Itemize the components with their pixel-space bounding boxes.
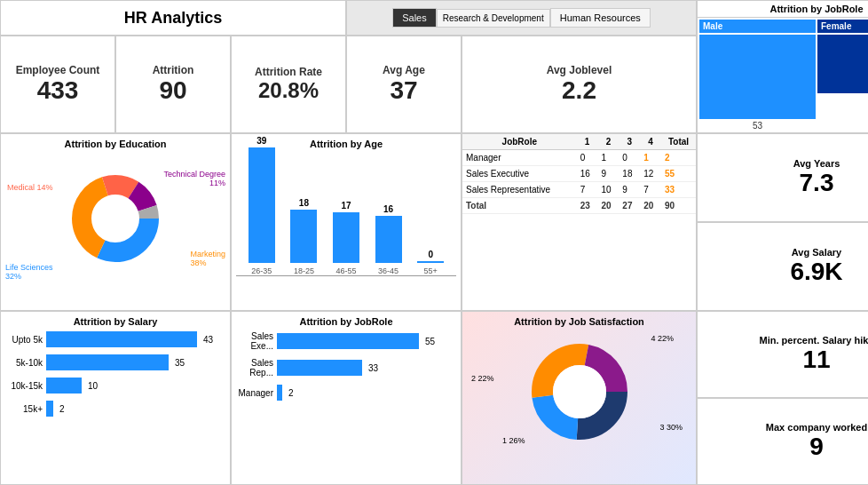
- jobsat-legend-2: 2 22%: [471, 374, 494, 383]
- avg-age-label: Avg Age: [383, 64, 425, 76]
- jobsat-legend-3: 3 30%: [659, 423, 683, 432]
- kpi-avg-joblevel: Avg Joblevel 2.2: [462, 36, 697, 133]
- max-company-label: Max company worked: [766, 422, 867, 433]
- avg-joblevel-label: Avg Joblevel: [547, 64, 612, 76]
- col-jobrole: JobRole: [462, 134, 577, 150]
- table-row-sales-exec: Sales Executive 16 9 18 12 55: [462, 166, 696, 182]
- kpi-avg-years: Avg Years 7.3: [697, 133, 868, 222]
- male-label: Male: [699, 20, 816, 33]
- education-chart-title: Attrition by Education: [5, 139, 225, 149]
- bar-18-25: 18 18-25: [290, 198, 317, 275]
- female-count: 37: [817, 95, 868, 105]
- jobsat-legend-4: 4 22%: [651, 334, 674, 343]
- jobrole-bar-sales-rep: Sales Rep... 33: [236, 358, 456, 378]
- bar-26-35: 39 26-35: [249, 136, 275, 275]
- employee-count-value: 433: [37, 76, 79, 105]
- avg-kpis-wrapper: Avg Years 7.3 Avg Salary 6.9K: [697, 133, 868, 311]
- avg-salary-label: Avg Salary: [792, 247, 841, 258]
- avg-years-label: Avg Years: [793, 158, 840, 169]
- employee-count-label: Employee Count: [16, 64, 100, 76]
- min-salary-value: 11: [802, 346, 830, 374]
- col-1: 1: [577, 134, 598, 150]
- table-row-total: Total 23 20 27 20 90: [462, 198, 696, 214]
- salary-chart-title: Attrition by Salary: [5, 316, 225, 327]
- jobrole-table: JobRole 1 2 3 4 Total Manager 0 1 0 1 2: [462, 133, 697, 311]
- kpi-employee-count: Employee Count 433: [0, 36, 115, 133]
- avg-age-value: 37: [390, 76, 417, 105]
- jobsat-donut-svg: [526, 338, 633, 445]
- col-2: 2: [597, 134, 619, 150]
- attrition-jobrole-bar-chart: Attrition by JobRole Sales Exe... 55 Sal…: [231, 311, 462, 485]
- legend-technical: Technical Degree11%: [163, 170, 225, 187]
- attrition-education-chart: Attrition by Education Life Sciences32%: [0, 133, 231, 311]
- legend-life-sciences: Life Sciences32%: [5, 263, 53, 281]
- kpi-attrition: Attrition 90: [115, 36, 231, 133]
- attrition-rate-value: 20.8%: [258, 78, 319, 103]
- kpi-avg-salary: Avg Salary 6.9K: [697, 222, 868, 311]
- table-row-manager: Manager 0 1 0 1 2: [462, 150, 696, 166]
- attrition-value: 90: [159, 76, 186, 105]
- jobrole-bar-manager: Manager 2: [236, 385, 456, 401]
- attrition-by-jobrole-chart: Attrition by JobRole Male 53 Female 37: [697, 0, 868, 133]
- female-label: Female: [817, 20, 868, 33]
- attrition-label: Attrition: [153, 64, 194, 76]
- tab-rd[interactable]: Research & Development: [437, 9, 550, 28]
- male-count: 53: [699, 121, 816, 131]
- attrition-age-chart: Attrition by Age 39 26-35 18 18-25 17 46…: [231, 133, 462, 311]
- attrition-jobsat-chart: Attrition by Job Satisfaction 4 22% 2 22…: [462, 311, 697, 485]
- col-3: 3: [619, 134, 640, 150]
- attrition-salary-chart: Attrition by Salary Upto 5k 43 5k-10k 35…: [0, 311, 231, 485]
- tab-hr[interactable]: Human Resources: [550, 8, 651, 28]
- kpi-avg-age: Avg Age 37: [346, 36, 462, 133]
- col-4: 4: [640, 134, 661, 150]
- avg-joblevel-value: 2.2: [562, 76, 596, 105]
- department-tabs: Sales Research & Development Human Resou…: [346, 0, 697, 36]
- attrition-rate-label: Attrition Rate: [255, 66, 322, 78]
- table-row-sales-rep: Sales Representative 7 10 9 7 33: [462, 182, 696, 198]
- svg-point-5: [92, 195, 138, 242]
- jobrole-bar-title: Attrition by JobRole: [236, 316, 456, 327]
- avg-years-value: 7.3: [800, 169, 834, 197]
- bottom-right-kpis: Min. percent. Salary hike 11 Max company…: [697, 311, 868, 485]
- legend-medical: Medical 14%: [7, 183, 53, 192]
- min-salary-label: Min. percent. Salary hike: [760, 335, 869, 346]
- app-title: HR Analytics: [124, 9, 222, 28]
- kpi-min-salary-hike: Min. percent. Salary hike 11: [697, 311, 868, 398]
- kpi-attrition-rate: Attrition Rate 20.8%: [231, 36, 346, 133]
- salary-bar-10-15k: 10k-15k 10: [5, 378, 225, 394]
- jobsat-title: Attrition by Job Satisfaction: [467, 316, 691, 327]
- attrition-jobrole-title: Attrition by JobRole: [698, 1, 868, 18]
- bar-55plus: 0 55+: [417, 250, 444, 275]
- jobrole-horiz-bars: Sales Exe... 55 Sales Rep... 33 Manager …: [236, 331, 456, 401]
- education-donut-svg: [67, 170, 164, 267]
- svg-point-10: [553, 365, 606, 418]
- col-total: Total: [661, 134, 696, 150]
- salary-bar-15kplus: 15k+ 2: [5, 401, 225, 417]
- kpi-max-company: Max company worked 9: [697, 398, 868, 485]
- salary-bar-upto5k: Upto 5k 43: [5, 331, 225, 347]
- avg-salary-value: 6.9K: [790, 258, 842, 286]
- age-bar-chart: 39 26-35 18 18-25 17 46-55 16 36-45 0: [236, 152, 456, 276]
- jobrole-bar-sales-exec: Sales Exe... 55: [236, 331, 456, 351]
- salary-bars: Upto 5k 43 5k-10k 35 10k-15k 10 15k+ 2: [5, 331, 225, 417]
- bar-46-55: 17 46-55: [333, 201, 359, 275]
- legend-marketing: Marketing38%: [190, 250, 225, 267]
- bar-36-45: 16 36-45: [375, 204, 402, 275]
- jobsat-legend-1: 1 26%: [502, 436, 525, 445]
- tab-sales[interactable]: Sales: [392, 8, 437, 28]
- max-company-value: 9: [809, 433, 824, 461]
- salary-bar-5-10k: 5k-10k 35: [5, 354, 225, 370]
- header-title: HR Analytics: [0, 0, 346, 36]
